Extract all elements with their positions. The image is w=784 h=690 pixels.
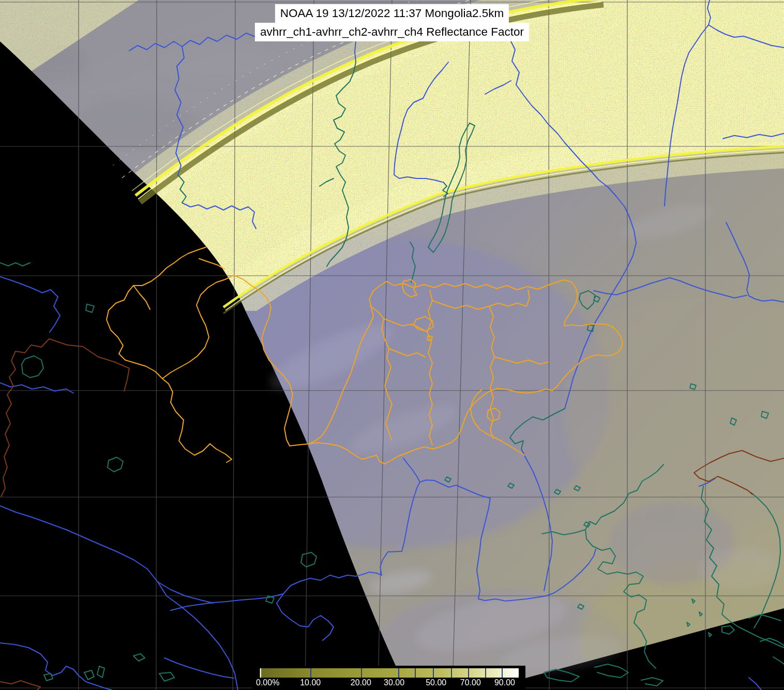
colorbar: 0.00%10.0020.0030.0050.0070.0090.00 — [252, 666, 525, 690]
colorbar-labels: 0.00%10.0020.0030.0050.0070.0090.00 — [260, 678, 519, 689]
colorbar-gradient — [260, 668, 519, 678]
colorbar-label: 20.00 — [351, 678, 371, 687]
title-banner: NOAA 19 13/12/2022 11:37 Mongolia2.5km a… — [255, 4, 529, 41]
colorbar-tick — [517, 668, 518, 678]
title-line-2: avhrr_ch1-avhrr_ch2-avhrr_ch4 Reflectanc… — [255, 23, 529, 41]
colorbar-label: 70.00 — [460, 678, 481, 687]
colorbar-tick — [451, 668, 452, 678]
colorbar-label: 10.00 — [300, 678, 321, 687]
colorbar-tick — [433, 668, 434, 678]
colorbar-label: 0.00% — [256, 678, 279, 687]
colorbar-label: 90.00 — [494, 678, 515, 687]
title-line-1: NOAA 19 13/12/2022 11:37 Mongolia2.5km — [255, 4, 529, 23]
satellite-viewer: NOAA 19 13/12/2022 11:37 Mongolia2.5km a… — [0, 0, 784, 690]
colorbar-tick — [361, 668, 362, 678]
title-text-2: avhrr_ch1-avhrr_ch2-avhrr_ch4 Reflectanc… — [255, 23, 529, 41]
colorbar-tick — [502, 668, 503, 678]
colorbar-tick — [415, 668, 416, 678]
colorbar-tick — [485, 668, 486, 678]
colorbar-tick — [260, 668, 261, 678]
colorbar-tick — [310, 668, 311, 678]
colorbar-tick — [468, 668, 469, 678]
colorbar-tick — [398, 668, 399, 678]
satellite-image-canvas — [0, 0, 784, 690]
colorbar-label: 50.00 — [426, 678, 446, 687]
colorbar-label: 30.00 — [384, 678, 404, 687]
title-text-1: NOAA 19 13/12/2022 11:37 Mongolia2.5km — [275, 4, 509, 23]
